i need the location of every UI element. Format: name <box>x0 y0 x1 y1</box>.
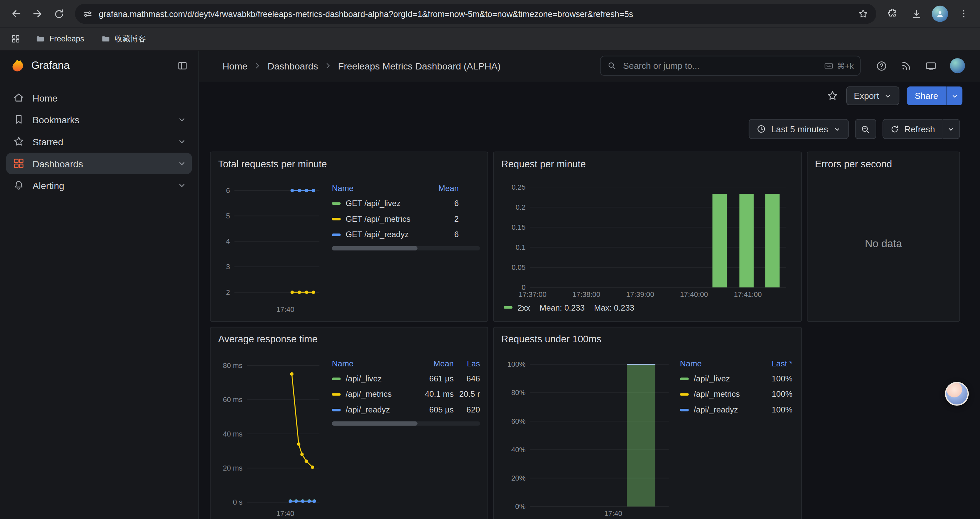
breadcrumb-dashboards[interactable]: Dashboards <box>267 61 318 71</box>
legend-col-mean[interactable]: Mean <box>416 358 453 368</box>
requests-under-100ms-chart[interactable]: 100%80%60%40%20%0%17:40 <box>501 348 674 519</box>
user-avatar[interactable] <box>950 58 965 73</box>
forward-button[interactable] <box>27 4 48 24</box>
svg-text:60 ms: 60 ms <box>223 395 242 404</box>
panel-title[interactable]: Request per minute <box>501 158 794 170</box>
assistant-avatar-widget[interactable] <box>945 382 969 406</box>
collapse-sidebar-icon[interactable] <box>177 60 188 72</box>
sidebar-item-alerting[interactable]: Alerting <box>6 175 192 196</box>
series-swatch <box>680 377 689 379</box>
legend-row[interactable]: GET /api/_readyz 6 <box>332 227 480 243</box>
legend-col-name[interactable]: Name <box>332 358 416 368</box>
help-icon[interactable] <box>876 60 888 72</box>
legend-table: Name Last * /api/_livez 100% /api/_metri… <box>680 348 794 519</box>
series-name: 2xx <box>517 303 530 312</box>
legend-row[interactable]: /api/_metrics 100% <box>680 386 794 402</box>
star-icon <box>12 135 25 148</box>
bookmark-label: Freeleaps <box>49 34 84 43</box>
share-menu-button[interactable] <box>946 86 963 105</box>
legend-row[interactable]: /api/_livez 661 µs 646 <box>332 371 480 386</box>
legend-scrollbar[interactable] <box>332 246 480 251</box>
chrome-actions <box>883 4 974 24</box>
chevron-down-icon[interactable] <box>177 180 187 190</box>
refresh-interval-button[interactable] <box>943 119 960 139</box>
back-button[interactable] <box>6 4 26 24</box>
series-mean: Mean: 0.233 <box>539 303 584 312</box>
download-icon <box>910 8 922 20</box>
legend-col-last[interactable]: Last * <box>759 358 792 368</box>
monitor-icon[interactable] <box>925 60 937 72</box>
breadcrumb-separator-icon <box>253 61 262 70</box>
news-rss-icon[interactable] <box>900 60 912 72</box>
downloads-button[interactable] <box>906 4 926 24</box>
chrome-menu-button[interactable] <box>954 4 974 24</box>
legend-row[interactable]: GET /api/_livez 6 <box>332 195 480 211</box>
bookmark-item-freeleaps[interactable]: Freeleaps <box>30 32 89 46</box>
svg-text:20 ms: 20 ms <box>223 464 242 472</box>
average-response-time-chart[interactable]: 80 ms60 ms40 ms20 ms0 s17:40 <box>218 348 326 519</box>
extensions-puzzle-icon <box>887 8 898 19</box>
share-button[interactable]: Share <box>907 86 946 105</box>
share-split-button: Share <box>907 86 963 105</box>
search-box[interactable]: ⌘+k <box>600 56 861 76</box>
sidebar-item-home[interactable]: Home <box>6 87 192 109</box>
legend-scrollbar[interactable] <box>332 422 480 426</box>
svg-text:17:37:00: 17:37:00 <box>519 290 547 299</box>
url-bar[interactable]: grafana.mathmast.com/d/deytv4rwavabkb/fr… <box>75 4 876 24</box>
url-text[interactable]: grafana.mathmast.com/d/deytv4rwavabkb/fr… <box>99 9 852 18</box>
svg-text:17:41:00: 17:41:00 <box>734 290 762 299</box>
grafana-logo[interactable] <box>10 58 25 73</box>
legend-col-mean[interactable]: Mean <box>426 183 459 192</box>
chevron-down-icon[interactable] <box>177 115 187 125</box>
apps-grid-icon <box>11 34 21 44</box>
svg-text:0.1: 0.1 <box>516 243 526 251</box>
extensions-button[interactable] <box>883 4 903 24</box>
request-per-minute-chart[interactable]: 0.250.20.150.10.05017:37:0017:38:0017:39… <box>501 172 794 300</box>
zoom-out-icon <box>860 124 871 134</box>
site-settings-icon[interactable] <box>83 8 93 19</box>
folder-icon <box>35 34 45 44</box>
legend-row[interactable]: /api/_metrics 40.1 ms 20.5 r <box>332 386 480 402</box>
sidebar-item-label: Dashboards <box>32 158 169 169</box>
svg-text:2: 2 <box>226 288 230 297</box>
chevron-down-icon[interactable] <box>177 137 187 147</box>
svg-text:6: 6 <box>226 186 230 195</box>
bookmark-star-icon[interactable] <box>858 8 869 19</box>
breadcrumb-home[interactable]: Home <box>223 61 248 71</box>
favorite-star-icon[interactable] <box>826 89 838 102</box>
refresh-icon <box>890 124 899 134</box>
breadcrumb-separator-icon <box>323 61 332 70</box>
legend-row[interactable]: /api/_readyz 605 µs 620 <box>332 402 480 417</box>
screen: grafana.mathmast.com/d/deytv4rwavabkb/fr… <box>0 0 980 519</box>
svg-text:40%: 40% <box>511 446 526 454</box>
legend-col-name[interactable]: Name <box>680 358 759 368</box>
apps-grid-button[interactable] <box>7 31 24 47</box>
bookmark-item-blogs[interactable]: 收藏博客 <box>95 32 151 46</box>
reload-button[interactable] <box>49 4 69 24</box>
legend-row[interactable]: /api/_livez 100% <box>680 371 794 386</box>
panel-title[interactable]: Errors per second <box>815 158 951 170</box>
legend-row[interactable]: GET /api/_metrics 2 <box>332 211 480 227</box>
legend-line[interactable]: 2xx Mean: 0.233 Max: 0.233 <box>501 300 794 315</box>
export-button[interactable]: Export <box>846 86 899 105</box>
legend-col-name[interactable]: Name <box>332 183 426 192</box>
sidebar-item-starred[interactable]: Starred <box>6 131 192 152</box>
legend-row[interactable]: /api/_readyz 100% <box>680 402 794 417</box>
refresh-button[interactable]: Refresh <box>883 119 943 139</box>
no-data-message: No data <box>815 172 951 315</box>
legend-col-last[interactable]: Las <box>453 358 480 368</box>
chevron-down-icon[interactable] <box>177 158 187 168</box>
total-requests-chart[interactable]: 6543217:40 <box>218 172 326 315</box>
sidebar-item-bookmarks[interactable]: Bookmarks <box>6 109 192 130</box>
zoom-out-button[interactable] <box>855 119 876 139</box>
profile-button[interactable] <box>930 4 950 24</box>
time-range-picker[interactable]: Last 5 minutes <box>749 119 849 139</box>
page-header: Home Dashboards Freeleaps Metrics Dashbo… <box>199 51 980 81</box>
sidebar-item-dashboards[interactable]: Dashboards <box>6 153 192 174</box>
panel-title[interactable]: Requests under 100ms <box>501 334 794 345</box>
search-input[interactable] <box>622 60 819 72</box>
series-swatch <box>332 217 340 220</box>
panel-title[interactable]: Total requests per minute <box>218 158 480 170</box>
series-swatch <box>680 409 689 411</box>
panel-title[interactable]: Average response time <box>218 334 480 345</box>
